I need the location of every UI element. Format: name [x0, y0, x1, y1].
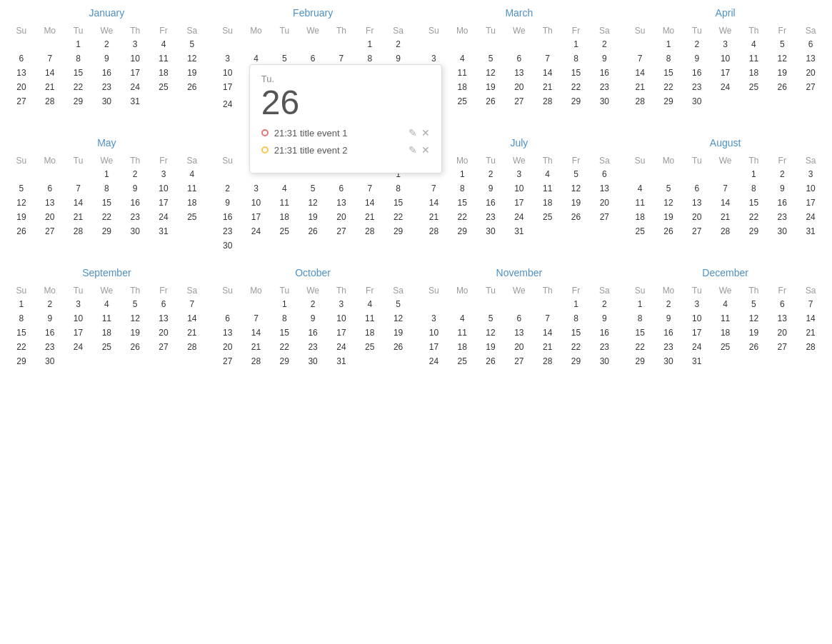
calendar-day[interactable]: 19 [384, 326, 413, 340]
calendar-day[interactable]: 23 [299, 340, 327, 354]
calendar-day[interactable]: 11 [448, 66, 476, 80]
calendar-day[interactable]: 5 [768, 37, 796, 51]
calendar-day[interactable]: 13 [149, 311, 178, 326]
calendar-day[interactable]: 24 [149, 210, 178, 224]
calendar-day[interactable]: 22 [448, 210, 476, 224]
calendar-day[interactable]: 30 [590, 354, 618, 368]
calendar-day[interactable]: 8 [7, 311, 36, 326]
calendar-day[interactable]: 16 [476, 196, 505, 210]
calendar-day[interactable]: 21 [533, 80, 562, 94]
calendar-day[interactable]: 26 [121, 340, 149, 354]
calendar-day[interactable]: 12 [476, 326, 505, 340]
calendar-day[interactable]: 27 [214, 354, 242, 368]
calendar-day[interactable]: 2 [590, 37, 618, 51]
calendar-day[interactable]: 15 [626, 326, 654, 340]
calendar-day[interactable]: 11 [149, 51, 178, 66]
calendar-day[interactable]: 25 [270, 224, 299, 238]
calendar-day[interactable]: 15 [740, 196, 768, 210]
calendar-day[interactable]: 17 [242, 210, 271, 224]
calendar-day[interactable]: 20 [796, 66, 825, 80]
calendar-day[interactable]: 23 [768, 210, 796, 224]
calendar-day[interactable]: 27 [7, 94, 36, 109]
calendar-day[interactable]: 27 [796, 80, 825, 94]
calendar-day[interactable]: 9 [384, 51, 413, 66]
calendar-day[interactable]: 16 [92, 66, 121, 80]
calendar-day[interactable]: 4 [270, 181, 299, 196]
calendar-day[interactable]: 9 [590, 51, 618, 66]
calendar-day[interactable]: 6 [7, 51, 36, 66]
calendar-day[interactable]: 23 [214, 224, 242, 238]
calendar-day[interactable]: 2 [654, 297, 683, 311]
calendar-day[interactable]: 14 [711, 196, 740, 210]
calendar-day[interactable]: 6 [327, 181, 356, 196]
calendar-day[interactable]: 25 [626, 224, 654, 238]
calendar-day[interactable]: 14 [64, 196, 93, 210]
calendar-day[interactable]: 23 [476, 210, 505, 224]
calendar-day[interactable]: 13 [683, 196, 711, 210]
calendar-day[interactable]: 10 [711, 51, 740, 66]
calendar-day[interactable]: 12 [654, 196, 683, 210]
calendar-day[interactable]: 17 [214, 80, 242, 94]
calendar-day[interactable]: 2 [92, 37, 121, 51]
calendar-day[interactable]: 14 [420, 196, 448, 210]
calendar-day[interactable]: 3 [420, 311, 448, 326]
calendar-day[interactable]: 17 [505, 196, 533, 210]
calendar-day[interactable]: 21 [420, 210, 448, 224]
calendar-day[interactable]: 10 [242, 196, 271, 210]
delete-event-button[interactable]: ✕ [421, 127, 430, 139]
calendar-day[interactable]: 12 [7, 196, 36, 210]
calendar-day[interactable]: 1 [562, 297, 591, 311]
calendar-day[interactable]: 28 [533, 94, 562, 109]
calendar-day[interactable]: 29 [626, 354, 654, 368]
calendar-day[interactable]: 28 [711, 224, 740, 238]
calendar-day[interactable]: 8 [448, 181, 476, 196]
calendar-day[interactable]: 28 [533, 354, 562, 368]
calendar-day[interactable]: 18 [92, 326, 121, 340]
calendar-day[interactable]: 20 [505, 80, 533, 94]
calendar-day[interactable]: 13 [590, 181, 618, 196]
calendar-day[interactable]: 23 [590, 80, 618, 94]
calendar-day[interactable]: 6 [505, 311, 533, 326]
calendar-day[interactable]: 22 [626, 340, 654, 354]
calendar-day[interactable]: 19 [178, 66, 206, 80]
calendar-day[interactable]: 11 [740, 51, 768, 66]
calendar-day[interactable]: 31 [121, 94, 149, 109]
calendar-day[interactable]: 16 [36, 326, 64, 340]
calendar-day[interactable]: 17 [64, 326, 93, 340]
calendar-day[interactable]: 14 [36, 66, 64, 80]
calendar-day[interactable]: 8 [92, 181, 121, 196]
calendar-day[interactable]: 13 [505, 326, 533, 340]
calendar-day[interactable]: 19 [121, 326, 149, 340]
calendar-day[interactable]: 15 [270, 326, 299, 340]
calendar-day[interactable]: 7 [533, 51, 562, 66]
calendar-day[interactable]: 12 [476, 66, 505, 80]
calendar-day[interactable]: 2 [384, 37, 413, 51]
calendar-day[interactable]: 17 [711, 66, 740, 80]
calendar-day[interactable]: 30 [92, 94, 121, 109]
calendar-day[interactable]: 29 [654, 94, 683, 109]
calendar-day[interactable]: 29 [92, 224, 121, 238]
calendar-day[interactable]: 30 [654, 354, 683, 368]
calendar-day[interactable]: 8 [384, 181, 413, 196]
calendar-day[interactable]: 12 [562, 181, 591, 196]
calendar-day[interactable]: 18 [270, 210, 299, 224]
calendar-day[interactable]: 10 [420, 326, 448, 340]
calendar-day[interactable]: 4 [711, 297, 740, 311]
calendar-day[interactable]: 5 [121, 297, 149, 311]
calendar-day[interactable]: 30 [36, 354, 64, 368]
calendar-day[interactable]: 29 [562, 354, 591, 368]
calendar-day[interactable]: 25 [178, 210, 206, 224]
calendar-day[interactable]: 24 [327, 340, 356, 354]
calendar-day[interactable]: 5 [178, 37, 206, 51]
calendar-day[interactable]: 11 [448, 326, 476, 340]
calendar-day[interactable]: 28 [178, 340, 206, 354]
calendar-day[interactable]: 10 [121, 51, 149, 66]
calendar-day[interactable]: 8 [626, 311, 654, 326]
calendar-day[interactable]: 6 [768, 297, 796, 311]
calendar-day[interactable]: 24 [214, 94, 242, 114]
calendar-day[interactable]: 6 [149, 297, 178, 311]
calendar-day[interactable]: 10 [327, 311, 356, 326]
calendar-day[interactable]: 27 [505, 354, 533, 368]
calendar-day[interactable]: 17 [121, 66, 149, 80]
calendar-day[interactable]: 12 [121, 311, 149, 326]
